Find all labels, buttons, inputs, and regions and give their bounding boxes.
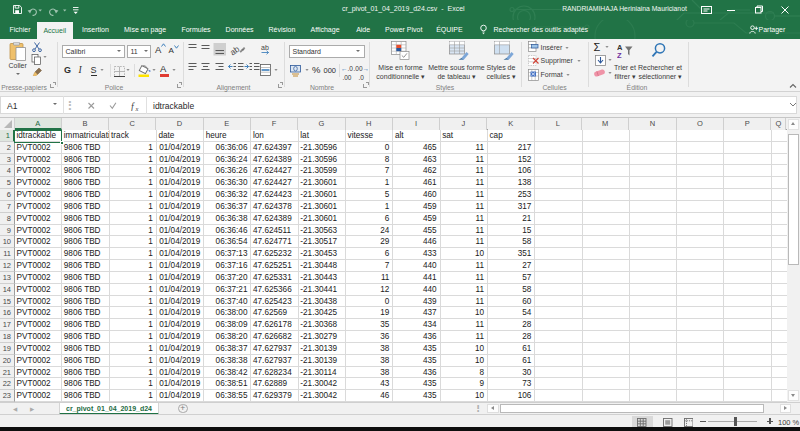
svg-text:Z: Z <box>617 50 622 58</box>
svg-text:ab: ab <box>228 44 242 58</box>
svg-text:f: f <box>131 101 135 111</box>
svg-text:ab: ab <box>261 44 269 51</box>
svg-text:x: x <box>135 104 139 111</box>
